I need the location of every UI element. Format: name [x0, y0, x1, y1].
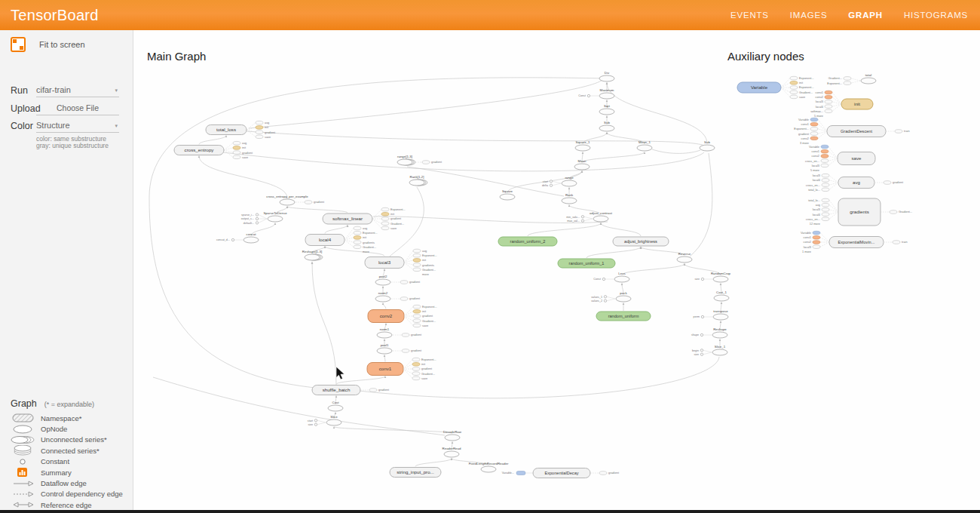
- graph-node-pack[interactable]: pack: [616, 291, 631, 303]
- fit-to-screen-icon[interactable]: [11, 37, 26, 52]
- legend-item-connected-series: Connected series*: [11, 445, 124, 456]
- graph-node-conv1[interactable]: conv1: [367, 363, 403, 376]
- tab-events[interactable]: EVENTS: [730, 11, 769, 20]
- svg-text:gradient: gradient: [431, 160, 443, 164]
- graph-node-pool1[interactable]: pool1: [377, 343, 392, 355]
- graph-node-sip[interactable]: string_input_pro...: [390, 468, 441, 478]
- graph-node-reshape13[interactable]: Reshape[1-3]: [302, 250, 323, 261]
- graph-node-randomcrop[interactable]: RandomCrop: [711, 272, 731, 283]
- graph-node-norm1[interactable]: norm1: [377, 327, 392, 339]
- graph-node-ru2[interactable]: random_uniform_2: [498, 237, 557, 246]
- svg-text:Cast: Cast: [332, 401, 339, 404]
- svg-text:adjust_contrast: adjust_contrast: [590, 211, 613, 215]
- svg-text:local3: local3: [813, 207, 820, 211]
- graph-node-total[interactable]: total: [861, 73, 876, 84]
- graph-node-div[interactable]: Div: [599, 71, 614, 82]
- svg-text:total_loss: total_loss: [216, 127, 236, 132]
- tab-graph[interactable]: GRAPH: [848, 11, 883, 20]
- graph-node-ema[interactable]: ExponentialMovin...: [829, 237, 884, 248]
- graph-node-decoderaw[interactable]: DecodeRaw: [443, 430, 462, 441]
- graph-node-cepe[interactable]: cross_entropy_per_example: [266, 195, 308, 206]
- svg-text:Reshape: Reshape: [713, 327, 727, 331]
- svg-text:softmax...: softmax...: [810, 109, 823, 113]
- graph-node-adjb[interactable]: adjust_brightness: [613, 237, 669, 246]
- graph-node-ru[interactable]: random_uniform: [596, 312, 651, 321]
- svg-text:SparseToDense: SparseToDense: [263, 211, 287, 215]
- graph-node-ru1[interactable]: random_uniform_1: [558, 259, 615, 268]
- choose-file-button[interactable]: Choose File: [36, 103, 119, 115]
- run-select[interactable]: cifar-train ▾: [36, 85, 119, 97]
- graph-node-slice1[interactable]: Slice_1: [712, 345, 727, 356]
- graph-node-local3[interactable]: local3: [365, 257, 404, 269]
- svg-text:Variable...: Variable...: [502, 472, 514, 475]
- svg-text:size: size: [694, 278, 700, 281]
- graph-node-sub[interactable]: Sub: [599, 121, 614, 132]
- color-select-value: Structure: [36, 121, 70, 130]
- graph-node-std[interactable]: SparseToDense: [263, 211, 287, 223]
- run-select-value: cifar-train: [36, 85, 71, 94]
- graph-node-save_aux[interactable]: save: [838, 152, 875, 165]
- svg-text:init: init: [421, 362, 426, 366]
- graph-node-variable[interactable]: Variable: [737, 82, 781, 93]
- graph-node-conv2[interactable]: conv2: [368, 310, 404, 323]
- svg-text:size: size: [694, 353, 699, 356]
- graph-node-mean1[interactable]: Mean_1: [637, 140, 652, 152]
- color-select[interactable]: Structure ▾: [36, 121, 119, 133]
- svg-text:gradients: gradients: [850, 209, 868, 214]
- svg-text:save: save: [390, 226, 397, 230]
- graph-node-init_aux[interactable]: init: [841, 99, 873, 109]
- graph-node-range13[interactable]: range[1-3]: [397, 155, 415, 166]
- svg-text:12 more: 12 more: [810, 222, 820, 226]
- color-caption-2: gray: unique substructure: [36, 143, 109, 150]
- graph-node-reshape[interactable]: Reshape: [712, 327, 727, 339]
- graph-node-slice[interactable]: Slice: [326, 415, 341, 426]
- graph-node-softmax_linear[interactable]: softmax_linear: [323, 213, 372, 224]
- svg-text:perm: perm: [694, 315, 700, 318]
- graph-node-gradients_aux[interactable]: gradients: [838, 198, 880, 226]
- graph-node-local4[interactable]: local4: [305, 235, 345, 246]
- legend-item-dataflow-edge: Dataflow edge: [11, 478, 124, 488]
- svg-text:output_s...: output_s...: [241, 217, 254, 220]
- svg-text:Variable: Variable: [801, 231, 811, 235]
- graph-node-transpose[interactable]: transpose: [713, 309, 728, 321]
- graph-node-rangeN[interactable]: range: [562, 176, 577, 187]
- fit-to-screen-button[interactable]: Fit to screen: [11, 37, 85, 52]
- graph-node-adjc[interactable]: adjust_contrast: [590, 211, 613, 223]
- graph-node-gd[interactable]: GradientDescent: [827, 126, 886, 137]
- graph-node-rank[interactable]: Rank: [562, 193, 577, 204]
- tab-histograms[interactable]: HISTOGRAMS: [904, 11, 968, 20]
- svg-text:gradient: gradient: [265, 131, 276, 134]
- graph-node-readerread[interactable]: ReaderRead: [443, 447, 461, 458]
- svg-text:more: more: [363, 250, 369, 253]
- svg-text:softmax_linear: softmax_linear: [332, 216, 363, 221]
- computation-graph-svg[interactable]: total_lossavginitgradientsavecross_entro…: [0, 30, 980, 513]
- graph-node-shuffle_batch[interactable]: shuffle_batch: [312, 386, 360, 395]
- graph-node-norm2[interactable]: norm2: [375, 291, 390, 303]
- svg-text:gradient: gradient: [409, 280, 421, 284]
- svg-text:gradient: gradient: [314, 200, 325, 204]
- graph-node-concat[interactable]: concat: [243, 232, 259, 244]
- tab-images[interactable]: IMAGES: [790, 11, 828, 20]
- graph-node-reverse[interactable]: Reverse: [677, 252, 692, 263]
- svg-text:5 more: 5 more: [810, 168, 819, 172]
- graph-node-total_loss[interactable]: total_loss: [206, 125, 247, 135]
- graph-node-flrr[interactable]: FixedLengthRecordReader: [469, 462, 509, 473]
- svg-text:cross_en...: cross_en...: [806, 217, 820, 221]
- svg-text:gradient: gradient: [422, 314, 433, 318]
- svg-text:save: save: [421, 376, 427, 380]
- graph-node-cast[interactable]: Cast: [328, 401, 343, 412]
- graph-node-maximum[interactable]: Maximum: [599, 88, 614, 100]
- graph-node-cross_entropy[interactable]: cross_entropy: [174, 146, 224, 155]
- graph-node-square[interactable]: Square: [500, 189, 515, 201]
- graph-node-cast1[interactable]: Cast_1: [714, 290, 729, 302]
- svg-text:Const: Const: [593, 278, 601, 281]
- graph-node-sqrt[interactable]: Sqrt: [599, 104, 614, 115]
- graph-node-sub2[interactable]: Sub: [700, 140, 715, 152]
- graph-node-pool2[interactable]: pool2: [375, 275, 390, 286]
- graph-node-expdecay[interactable]: ExponentialDecay: [533, 468, 590, 478]
- graph-node-rank12[interactable]: Rank[1-2]: [409, 175, 427, 186]
- graph-node-square1[interactable]: Square_1: [575, 140, 590, 152]
- svg-text:pool2: pool2: [379, 275, 387, 278]
- graph-node-avg_aux[interactable]: avg: [838, 177, 874, 189]
- legend-note: (* = expandable): [44, 401, 94, 408]
